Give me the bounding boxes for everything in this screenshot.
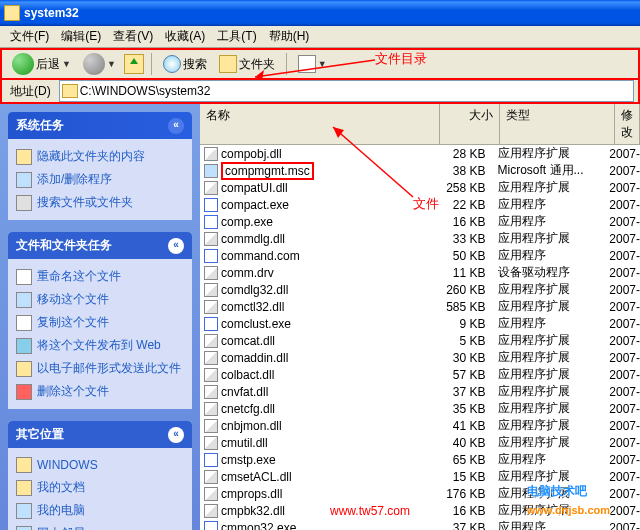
file-row[interactable]: comaddin.dll30 KB应用程序扩展2007- — [200, 349, 640, 366]
file-type: 应用程序扩展 — [492, 417, 604, 434]
file-row[interactable]: cmutil.dll40 KB应用程序扩展2007- — [200, 434, 640, 451]
file-row[interactable]: cnbjmon.dll41 KB应用程序扩展2007- — [200, 417, 640, 434]
file-name: comclust.exe — [221, 317, 291, 331]
collapse-icon: « — [168, 427, 184, 443]
file-name: commdlg.dll — [221, 232, 285, 246]
file-row[interactable]: colbact.dll57 KB应用程序扩展2007- — [200, 366, 640, 383]
task-link[interactable]: 我的电脑 — [16, 499, 184, 522]
file-row[interactable]: commdlg.dll33 KB应用程序扩展2007- — [200, 230, 640, 247]
file-size: 37 KB — [433, 521, 491, 531]
task-link[interactable]: 移动这个文件 — [16, 288, 184, 311]
file-date: 2007- — [603, 147, 640, 161]
file-size: 38 KB — [433, 164, 491, 178]
file-icon — [204, 198, 218, 212]
file-date: 2007- — [603, 198, 640, 212]
file-row[interactable]: comclust.exe9 KB应用程序2007- — [200, 315, 640, 332]
file-name: cmmon32.exe — [221, 521, 296, 531]
forward-button[interactable]: ▼ — [79, 51, 120, 77]
file-row[interactable]: comdlg32.dll260 KB应用程序扩展2007- — [200, 281, 640, 298]
file-row[interactable]: cmmon32.exe37 KB应用程序2007- — [200, 519, 640, 530]
address-input[interactable] — [78, 82, 232, 100]
task-link[interactable]: 将这个文件发布到 Web — [16, 334, 184, 357]
file-row[interactable]: comp.exe16 KB应用程序2007- — [200, 213, 640, 230]
file-icon — [204, 232, 218, 246]
search-icon — [163, 55, 181, 73]
task-link[interactable]: 重命名这个文件 — [16, 265, 184, 288]
other-places-panel: 其它位置 « WINDOWS我的文档我的电脑网上邻居 — [8, 421, 192, 530]
menu-tools[interactable]: 工具(T) — [211, 26, 262, 47]
task-icon — [16, 480, 32, 496]
back-button[interactable]: 后退 ▼ — [8, 51, 75, 77]
task-icon — [16, 457, 32, 473]
menu-file[interactable]: 文件(F) — [4, 26, 55, 47]
panel-header[interactable]: 文件和文件夹任务 « — [8, 232, 192, 259]
file-type: 应用程序扩展 — [492, 400, 604, 417]
task-link[interactable]: 以电子邮件形式发送此文件 — [16, 357, 184, 380]
file-tasks-panel: 文件和文件夹任务 « 重命名这个文件移动这个文件复制这个文件将这个文件发布到 W… — [8, 232, 192, 409]
file-row[interactable]: comcat.dll5 KB应用程序扩展2007- — [200, 332, 640, 349]
file-name: compact.exe — [221, 198, 289, 212]
task-link[interactable]: 隐藏此文件夹的内容 — [16, 145, 184, 168]
file-icon — [204, 436, 218, 450]
file-size: 40 KB — [433, 436, 491, 450]
chevron-down-icon: ▼ — [62, 59, 71, 69]
task-link[interactable]: 复制这个文件 — [16, 311, 184, 334]
menu-view[interactable]: 查看(V) — [107, 26, 159, 47]
file-icon — [204, 249, 218, 263]
file-row[interactable]: cnetcfg.dll35 KB应用程序扩展2007- — [200, 400, 640, 417]
file-row[interactable]: comm.drv11 KB设备驱动程序2007- — [200, 264, 640, 281]
file-icon — [204, 521, 218, 531]
task-link[interactable]: WINDOWS — [16, 454, 184, 476]
task-icon — [16, 195, 32, 211]
file-icon — [204, 300, 218, 314]
file-type: 应用程序扩展 — [492, 383, 604, 400]
menu-favorites[interactable]: 收藏(A) — [159, 26, 211, 47]
file-icon — [204, 504, 218, 518]
file-name: comp.exe — [221, 215, 273, 229]
svg-marker-3 — [333, 127, 344, 138]
task-link[interactable]: 删除这个文件 — [16, 380, 184, 403]
menu-bar: 文件(F) 编辑(E) 查看(V) 收藏(A) 工具(T) 帮助(H) — [0, 26, 640, 48]
address-field-wrap[interactable] — [59, 80, 634, 102]
file-date: 2007- — [603, 164, 640, 178]
search-button[interactable]: 搜索 — [159, 53, 211, 75]
task-link[interactable]: 搜索文件或文件夹 — [16, 191, 184, 214]
file-type: 应用程序 — [492, 247, 604, 264]
file-type: 应用程序扩展 — [492, 298, 604, 315]
file-date: 2007- — [603, 300, 640, 314]
task-icon — [16, 172, 32, 188]
task-link[interactable]: 我的文档 — [16, 476, 184, 499]
file-icon — [204, 215, 218, 229]
task-link[interactable]: 网上邻居 — [16, 522, 184, 530]
menu-edit[interactable]: 编辑(E) — [55, 26, 107, 47]
menu-help[interactable]: 帮助(H) — [263, 26, 316, 47]
file-type: 应用程序扩展 — [492, 366, 604, 383]
panel-header[interactable]: 系统任务 « — [8, 112, 192, 139]
file-row[interactable]: cnvfat.dll37 KB应用程序扩展2007- — [200, 383, 640, 400]
col-size[interactable]: 大小 — [440, 104, 500, 144]
file-name: comdlg32.dll — [221, 283, 288, 297]
file-row[interactable]: comctl32.dll585 KB应用程序扩展2007- — [200, 298, 640, 315]
panel-header[interactable]: 其它位置 « — [8, 421, 192, 448]
file-date: 2007- — [603, 215, 640, 229]
up-button[interactable] — [124, 54, 144, 74]
col-date[interactable]: 修改 — [615, 104, 640, 144]
file-date: 2007- — [603, 453, 640, 467]
watermark: 电脑技术吧 www.dnjsb.com — [527, 481, 610, 518]
file-row[interactable]: command.com50 KB应用程序2007- — [200, 247, 640, 264]
file-row[interactable]: cmstp.exe65 KB应用程序2007- — [200, 451, 640, 468]
file-type: 应用程序扩展 — [492, 434, 604, 451]
task-icon — [16, 503, 32, 519]
file-date: 2007- — [603, 419, 640, 433]
file-name: cmprops.dll — [221, 487, 282, 501]
col-type[interactable]: 类型 — [500, 104, 615, 144]
file-size: 260 KB — [433, 283, 491, 297]
file-size: 176 KB — [433, 487, 491, 501]
file-type: 应用程序 — [492, 213, 604, 230]
file-name: compmgmt.msc — [221, 162, 314, 180]
task-link[interactable]: 添加/删除程序 — [16, 168, 184, 191]
file-date: 2007- — [603, 368, 640, 382]
title-bar: system32 — [0, 0, 640, 26]
file-date: 2007- — [603, 266, 640, 280]
task-icon — [16, 526, 32, 531]
